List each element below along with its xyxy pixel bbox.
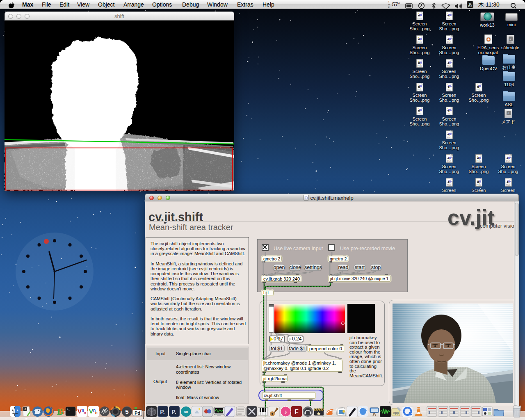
svg-text:5: 5 (125, 408, 128, 415)
svg-text:∞: ∞ (184, 409, 188, 415)
svg-text:Pd: Pd (135, 411, 140, 415)
svg-text:c: c (95, 411, 98, 415)
svg-text:c: c (84, 411, 86, 415)
svg-text:P.: P. (160, 409, 164, 415)
svg-text:F: F (294, 409, 299, 415)
svg-text:>_: >_ (67, 408, 70, 411)
svg-text:P.: P. (171, 409, 176, 415)
svg-text:V: V (78, 408, 82, 415)
svg-text:App: App (393, 411, 399, 415)
svg-text:J: J (24, 407, 26, 411)
svg-text:♪: ♪ (284, 409, 287, 415)
svg-text:V: V (89, 408, 93, 415)
svg-text:B: B (59, 406, 65, 416)
